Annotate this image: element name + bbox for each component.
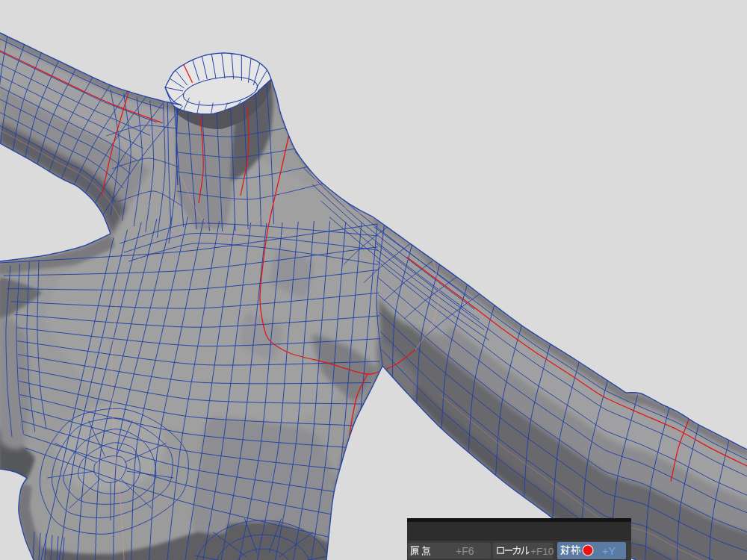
svg-text:+F6: +F6 (456, 545, 474, 557)
svg-text:+Y: +Y (602, 545, 616, 557)
svg-text:+F10: +F10 (530, 546, 554, 557)
